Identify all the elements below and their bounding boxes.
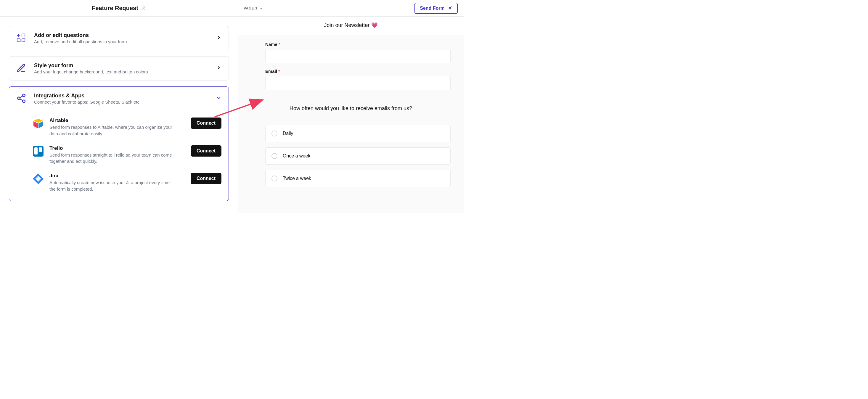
svg-point-6 [18,97,20,100]
chevron-right-icon [216,65,221,72]
integration-description: Send form responses to Airtable, where y… [50,124,177,137]
radio-icon [272,130,277,136]
integrations-icon [16,93,27,104]
style-form-icon [16,63,27,74]
option-once-a-week[interactable]: Once a week [265,147,451,164]
svg-rect-15 [39,147,42,152]
connect-airtable-button[interactable]: Connect [191,118,221,129]
svg-rect-4 [22,39,25,42]
send-icon [447,6,452,11]
option-label: Twice a week [283,176,311,181]
connect-trello-button[interactable]: Connect [191,145,221,157]
edit-title-icon[interactable] [141,5,146,11]
svg-point-5 [23,94,25,97]
card-integrations-header[interactable]: Integrations & Apps Connect your favorit… [16,93,221,104]
email-input[interactable] [265,76,451,90]
name-label: Name * [265,42,451,47]
preview-pane: Join our Newsletter 💗 Name * Email * How… [238,17,464,213]
add-questions-icon [16,33,27,43]
card-title: Add or edit questions [34,32,209,38]
integration-name: Jira [50,173,185,179]
integration-name: Trello [50,145,185,151]
card-title: Integrations & Apps [34,93,209,99]
option-label: Once a week [283,153,310,159]
send-form-button[interactable]: Send Form [414,3,458,14]
card-subtitle: Add your logo, change background, text a… [34,69,209,74]
svg-line-9 [20,99,23,101]
card-style-form[interactable]: Style your form Add your logo, change ba… [9,56,229,81]
radio-icon [272,176,277,181]
jira-icon [32,173,44,185]
chevron-down-icon [259,6,263,10]
question-heading: How often would you like to receive emai… [238,98,464,119]
trello-icon [32,145,44,157]
svg-line-8 [20,96,23,98]
integration-name: Airtable [50,118,185,123]
page-label: PAGE 1 [244,6,257,10]
card-title: Style your form [34,62,209,69]
integration-description: Automatically create new issue in your J… [50,179,177,192]
editor-pane: Add or edit questions Add, remove and ed… [0,17,238,213]
name-input[interactable] [265,49,451,63]
form-heading: Join our Newsletter 💗 [238,17,464,35]
card-subtitle: Add, remove and edit all questions in yo… [34,39,209,44]
send-form-label: Send Form [420,6,445,11]
option-daily[interactable]: Daily [265,125,451,142]
option-label: Daily [283,131,293,136]
email-label: Email * [265,69,451,74]
chevron-down-icon [216,95,221,102]
svg-rect-2 [22,34,25,37]
card-add-questions[interactable]: Add or edit questions Add, remove and ed… [9,26,229,50]
radio-icon [272,153,277,159]
chevron-right-icon [216,35,221,41]
integration-description: Send form responses straight to Trello s… [50,152,177,165]
airtable-icon [32,118,44,129]
integration-jira: Jira Automatically create new issue in y… [32,173,221,192]
card-subtitle: Connect your favorite apps: Google Sheet… [34,99,209,104]
page-title[interactable]: Feature Request [92,5,138,11]
integration-trello: Trello Send form responses straight to T… [32,145,221,165]
svg-rect-3 [17,39,20,42]
svg-rect-14 [34,147,38,154]
svg-point-7 [23,100,25,103]
integration-airtable: Airtable Send form responses to Airtable… [32,118,221,137]
connect-jira-button[interactable]: Connect [191,173,221,184]
page-selector[interactable]: PAGE 1 [244,6,263,10]
card-integrations: Integrations & Apps Connect your favorit… [9,86,229,201]
option-twice-a-week[interactable]: Twice a week [265,170,451,187]
